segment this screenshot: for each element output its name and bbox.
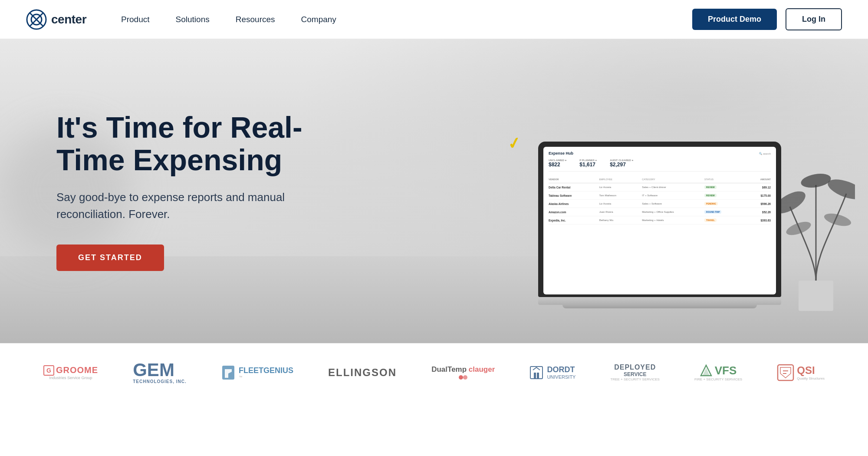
nav-resources[interactable]: Resources [236,15,275,24]
table-row: Amazon.com Juan Rivera Marketing + Offic… [549,208,771,216]
nav-actions: Product Demo Log In [692,8,842,30]
logo-deployed: DEPLOYED SERVICE TREE + SECURITY SERVICE… [611,363,660,381]
laptop-mockup: Expense Hub 🔍 search UNCLAIMED ● $822 P … [538,142,781,308]
navbar: center Product Solutions Resources Compa… [0,0,868,39]
logo-ellingson: ELLINGSON [328,367,397,379]
expense-hub-ui: Expense Hub 🔍 search UNCLAIMED ● $822 P … [543,147,776,229]
get-started-button[interactable]: GET STARTED [56,245,164,271]
logo-text: center [51,13,86,26]
laptop-base [538,297,781,305]
logos-bar: G GROOME Industries Service Group GEM TE… [0,343,868,401]
hero-content: It's Time for Real-Time Expensing Say go… [0,111,304,271]
hub-header: Expense Hub 🔍 search [549,151,771,155]
svg-rect-14 [534,373,536,379]
logo-qsi: QSI Quality Structures [777,364,825,381]
laptop-foot [562,305,757,308]
svg-point-11 [459,375,463,380]
laptop-screen-wrapper: Expense Hub 🔍 search UNCLAIMED ● $822 P … [538,142,781,297]
logo-vfs: VFS FIRE + SECURITY SERVICES [694,364,742,381]
hero-title: It's Time for Real-Time Expensing [56,111,304,176]
table-row: Alaska Airlines Liz Acosta Sales + Softw… [549,200,771,208]
hero-subtitle: Say good-bye to expense reports and manu… [56,189,304,223]
svg-point-8 [785,219,813,238]
login-button[interactable]: Log In [786,8,842,30]
svg-rect-13 [530,367,542,379]
stat-unclaimed: UNCLAIMED ● $822 [549,159,566,168]
logo-dordt: DORDT UNIVERSITY [529,365,575,380]
table-row: Tableau Software Tom Matheson IT + Softw… [549,192,771,200]
svg-point-7 [800,172,832,190]
svg-rect-4 [799,281,833,311]
logo-dualtemp: DualTemp clauger [431,365,495,380]
nav-product[interactable]: Product [121,15,149,24]
hub-search: 🔍 search [759,152,771,155]
logo-groome: G GROOME Industries Service Group [43,365,98,380]
svg-rect-15 [537,373,539,379]
logo-gem: GEM TECHNOLOGIES, INC. [133,361,187,384]
hub-title: Expense Hub [549,151,573,155]
logo-fleetgenius: FLEETGENIUS ™ [221,365,293,380]
table-header: VENDOR EMPLOYEE CATEGORY STATUS AMOUNT [549,176,771,183]
product-demo-button[interactable]: Product Demo [692,9,777,30]
svg-point-12 [463,375,467,380]
table-row: Delta Car Rental Liz Acosta Sales + Clie… [549,183,771,192]
nav-links: Product Solutions Resources Company [121,15,692,24]
table-row: Expedia, Inc. Bethany Wu Marketing + Hot… [549,216,771,225]
laptop-screen: Expense Hub 🔍 search UNCLAIMED ● $822 P … [543,147,776,294]
stat-planned: P PLANNED ● $1,617 [579,159,597,168]
logo-icon [26,9,47,30]
nav-solutions[interactable]: Solutions [176,15,210,24]
stat-audit-cleared: AUDIT CLEARED ● $2,297 [610,159,633,168]
logo-link[interactable]: center [26,9,86,30]
plant-decoration [777,142,855,317]
hero-section: It's Time for Real-Time Expensing Say go… [0,39,868,343]
hub-stats: UNCLAIMED ● $822 P PLANNED ● $1,617 AUDI… [549,159,771,172]
nav-company[interactable]: Company [301,15,336,24]
